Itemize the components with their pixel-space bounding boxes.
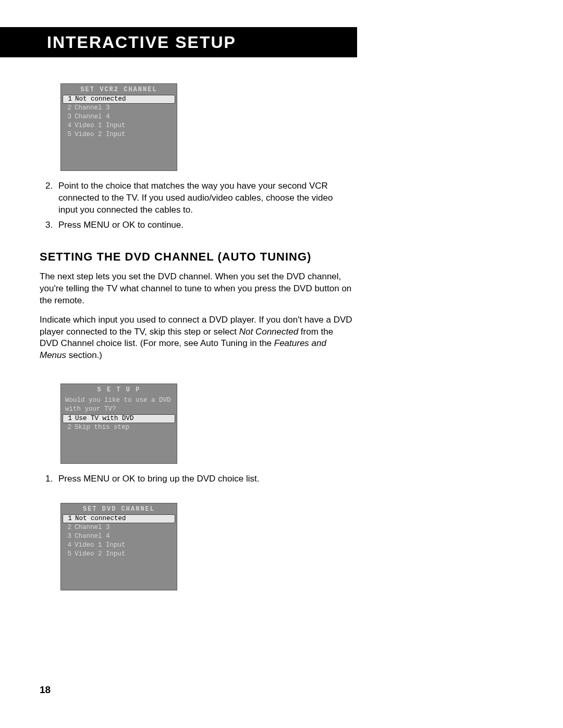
osd-item-text: Video 1 Input — [75, 541, 126, 549]
osd-item: 2Channel 3 — [61, 523, 177, 532]
osd-vcr2: SET VCR2 CHANNEL 1Not connected2Channel … — [60, 83, 177, 171]
osd-item-num: 3 — [64, 533, 71, 540]
steps-vcr2: Point to the choice that matches the way… — [40, 180, 352, 231]
osd-item: 3Channel 4 — [61, 113, 177, 121]
osd-item-num: 1 — [65, 415, 72, 423]
osd-setup: S E T U P Would you like to use a DVD wi… — [60, 384, 177, 464]
italic-not-connected: Not Connected — [239, 327, 298, 337]
osd-item: 3Channel 4 — [61, 532, 177, 541]
steps-dvd: Press MENU or OK to bring up the DVD cho… — [40, 473, 352, 485]
osd-item: 1Not connected — [63, 514, 175, 523]
osd-item-num: 1 — [65, 515, 72, 523]
osd-item: 2Channel 3 — [61, 104, 177, 113]
osd-dvd: SET DVD CHANNEL 1Not connected2Channel 3… — [60, 503, 177, 590]
chapter-title: Interactive Setup — [47, 33, 236, 52]
step-item: Point to the choice that matches the way… — [55, 180, 352, 216]
text: section.) — [66, 350, 102, 360]
osd-item-text: Skip this step — [75, 424, 129, 431]
osd-item-text: Channel 3 — [75, 104, 110, 112]
osd-vcr2-title: SET VCR2 CHANNEL — [61, 84, 177, 95]
step-item: Press MENU or OK to continue. — [55, 219, 352, 231]
osd-item: 2Skip this step — [61, 423, 177, 432]
osd-item-text: Not connected — [75, 515, 126, 523]
osd-item-text: Use TV with DVD — [75, 415, 134, 423]
osd-item-text: Video 1 Input — [75, 122, 126, 130]
osd-item: 4Video 1 Input — [61, 121, 177, 130]
osd-item-text: Channel 3 — [75, 524, 110, 532]
osd-item-num: 2 — [64, 424, 71, 431]
osd-item: 5Video 2 Input — [61, 130, 177, 139]
osd-item-text: Video 2 Input — [75, 131, 126, 139]
osd-setup-prompt: Would you like to use a DVD with your TV… — [61, 395, 177, 414]
osd-item: 4Video 1 Input — [61, 541, 177, 550]
osd-item-num: 3 — [64, 113, 71, 121]
osd-item-text: Not connected — [75, 95, 126, 103]
osd-item-num: 5 — [64, 550, 71, 558]
dvd-para-1: The next step lets you set the DVD chann… — [40, 271, 352, 307]
osd-item-num: 2 — [64, 524, 71, 532]
section-heading-dvd: Setting the DVD Channel (Auto Tuning) — [40, 250, 352, 264]
osd-item-text: Video 2 Input — [75, 550, 126, 558]
dvd-para-2: Indicate which input you used to connect… — [40, 314, 352, 362]
page-number: 18 — [40, 684, 51, 696]
step-item: Press MENU or OK to bring up the DVD cho… — [55, 473, 352, 485]
osd-item-num: 5 — [64, 131, 71, 139]
osd-item-text: Channel 4 — [75, 533, 110, 540]
osd-dvd-title: SET DVD CHANNEL — [61, 503, 177, 514]
osd-item-num: 1 — [65, 95, 72, 103]
osd-item: 1Use TV with DVD — [63, 414, 175, 423]
osd-item-num: 4 — [64, 541, 71, 549]
page-content: SET VCR2 CHANNEL 1Not connected2Channel … — [40, 83, 352, 590]
osd-item-num: 2 — [64, 104, 71, 112]
chapter-banner: Interactive Setup — [0, 27, 357, 57]
osd-item-text: Channel 4 — [75, 113, 110, 121]
osd-setup-title: S E T U P — [61, 384, 177, 395]
osd-item-num: 4 — [64, 122, 71, 130]
osd-item: 5Video 2 Input — [61, 550, 177, 559]
osd-item: 1Not connected — [63, 95, 175, 104]
